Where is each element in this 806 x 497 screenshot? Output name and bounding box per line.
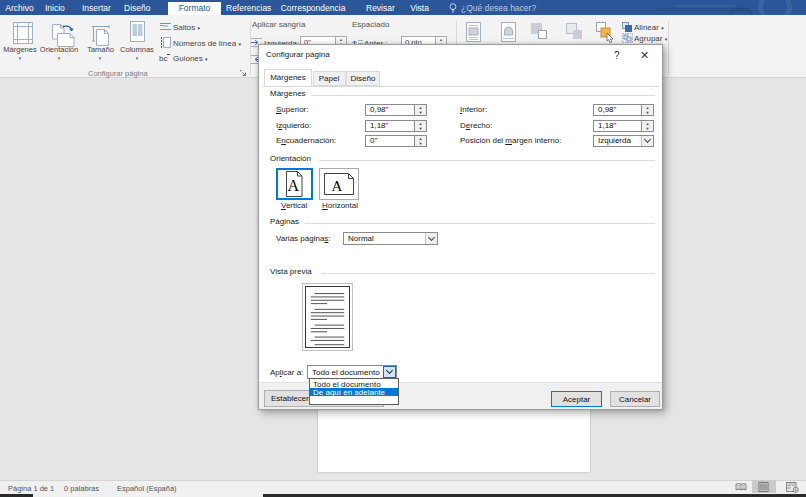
svg-text:A: A xyxy=(332,178,343,194)
svg-text:bc: bc xyxy=(159,54,167,62)
svg-text:A: A xyxy=(288,177,300,194)
